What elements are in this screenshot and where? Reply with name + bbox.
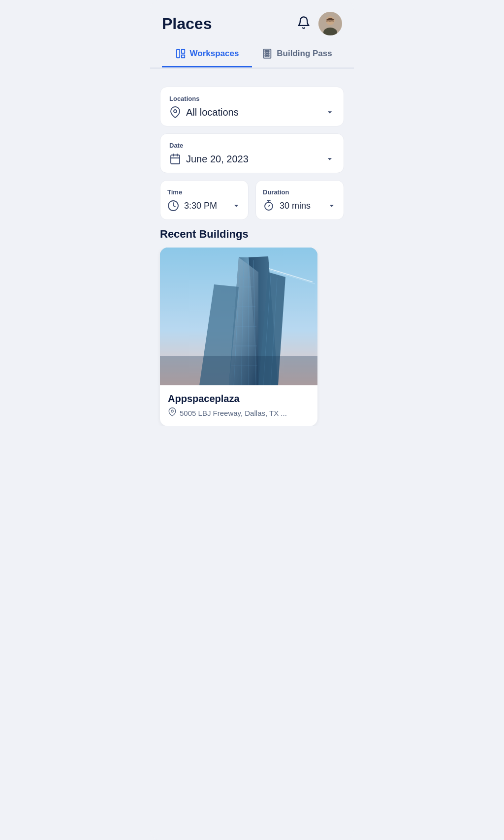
time-filter[interactable]: Time 3:30 PM xyxy=(160,180,249,220)
page-title: Places xyxy=(162,15,212,33)
svg-rect-50 xyxy=(160,356,317,385)
building-info: Appspaceplaza 5005 LBJ Freeway, Dallas, … xyxy=(160,385,317,426)
duration-value-row: 30 mins xyxy=(263,200,337,212)
building-address-pin-icon xyxy=(168,407,177,418)
duration-left: 30 mins xyxy=(263,200,311,212)
content-area: Locations All locations xyxy=(150,69,354,426)
locations-value-row: All locations xyxy=(169,106,335,118)
stopwatch-icon xyxy=(263,200,275,212)
date-label: Date xyxy=(169,142,335,149)
date-value-row: June 20, 2023 xyxy=(169,153,335,165)
tab-building-pass[interactable]: Building Pass xyxy=(252,41,342,67)
duration-value: 30 mins xyxy=(280,201,311,211)
building-image xyxy=(160,248,317,385)
date-value: June 20, 2023 xyxy=(186,154,249,165)
duration-label: Duration xyxy=(263,188,337,196)
time-label: Time xyxy=(167,188,241,196)
time-value-row: 3:30 PM xyxy=(167,200,241,212)
time-duration-row: Time 3:30 PM xyxy=(160,180,344,220)
workspace-icon xyxy=(175,48,186,59)
time-left: 3:30 PM xyxy=(167,200,217,212)
time-value: 3:30 PM xyxy=(184,201,217,211)
date-filter[interactable]: Date June 20, 2023 xyxy=(160,133,344,173)
locations-chevron-icon xyxy=(325,107,335,117)
time-chevron-icon xyxy=(231,201,241,211)
date-chevron-icon xyxy=(325,154,335,164)
tab-building-pass-label: Building Pass xyxy=(277,49,332,59)
tab-workspaces[interactable]: Workspaces xyxy=(162,41,252,67)
svg-rect-6 xyxy=(176,50,179,58)
svg-rect-21 xyxy=(171,155,180,164)
svg-point-51 xyxy=(171,410,174,412)
tab-workspaces-label: Workspaces xyxy=(190,49,239,59)
building-name: Appspaceplaza xyxy=(168,393,310,404)
clock-icon xyxy=(167,200,179,212)
building-address: 5005 LBJ Freeway, Dallas, TX ... xyxy=(180,409,287,417)
bell-icon[interactable] xyxy=(297,16,311,31)
header: Places xyxy=(150,0,354,41)
locations-filter[interactable]: Locations All locations xyxy=(160,87,344,126)
duration-filter[interactable]: Duration 30 mins xyxy=(255,180,344,220)
locations-left: All locations xyxy=(169,106,239,118)
location-pin-icon xyxy=(169,106,181,118)
tabs-container: Workspaces xyxy=(150,41,354,67)
svg-line-29 xyxy=(269,205,270,206)
date-left: June 20, 2023 xyxy=(169,153,249,165)
header-actions xyxy=(297,12,342,35)
svg-point-20 xyxy=(174,110,177,113)
avatar[interactable] xyxy=(318,12,342,35)
locations-value: All locations xyxy=(186,107,239,118)
building-icon xyxy=(262,48,273,59)
duration-chevron-icon xyxy=(327,201,337,211)
buildings-list: Appspaceplaza 5005 LBJ Freeway, Dallas, … xyxy=(160,248,344,426)
locations-label: Locations xyxy=(169,95,335,102)
recent-buildings-title: Recent Buildings xyxy=(160,228,344,241)
calendar-icon xyxy=(169,153,181,165)
building-address-row: 5005 LBJ Freeway, Dallas, TX ... xyxy=(168,407,310,418)
building-card[interactable]: Appspaceplaza 5005 LBJ Freeway, Dallas, … xyxy=(160,248,317,426)
buildings-scroll: Appspaceplaza 5005 LBJ Freeway, Dallas, … xyxy=(150,248,354,426)
